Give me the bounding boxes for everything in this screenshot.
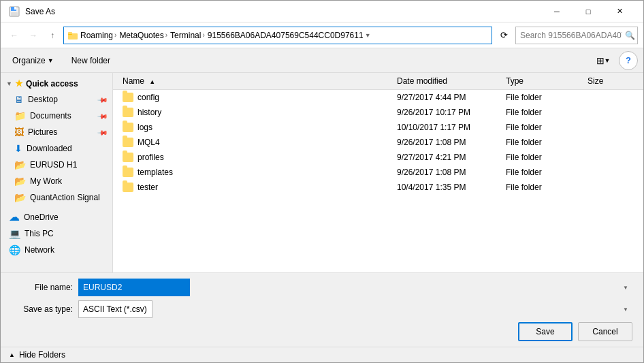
filename-input[interactable] (78, 279, 190, 296)
desktop-icon: 🖥 (14, 94, 24, 105)
file-date: 10/4/2017 1:35 PM (393, 182, 502, 193)
path-guid: 915566BA06ADA407569C544CC0D97611 ▼ (208, 31, 371, 40)
file-name: profiles (138, 153, 164, 162)
save-button[interactable]: Save (518, 322, 573, 341)
forward-button[interactable]: → (25, 27, 42, 44)
up-button[interactable]: ↑ (44, 27, 61, 44)
sidebar-item-onedrive[interactable]: ☁ OneDrive (1, 208, 112, 225)
svg-rect-3 (11, 12, 18, 16)
column-name[interactable]: Name ▲ (118, 74, 393, 88)
onedrive-icon: ☁ (9, 210, 20, 223)
column-size[interactable]: Size (583, 74, 638, 88)
organize-arrow-icon: ▼ (48, 57, 54, 64)
file-size (583, 127, 638, 128)
file-type: File folder (502, 92, 583, 103)
hide-folders-label: Hide Folders (19, 350, 65, 360)
column-date-modified[interactable]: Date modified (393, 74, 502, 88)
folder-icon (123, 153, 133, 162)
table-row[interactable]: profiles 9/27/2017 4:21 PM File folder (113, 150, 643, 165)
pin-icon-pictures: 📌 (97, 127, 108, 138)
folder-icon (123, 138, 133, 147)
table-row[interactable]: tester 10/4/2017 1:35 PM File folder (113, 180, 643, 195)
table-row[interactable]: templates 9/26/2017 1:08 PM File folder (113, 165, 643, 180)
table-row[interactable]: config 9/27/2017 4:44 PM File folder (113, 90, 643, 105)
sidebar-quick-access-header[interactable]: ▼ ★ Quick access (1, 76, 112, 91)
savetype-row: Save as type: ASCII Text (*.csv) (12, 300, 632, 318)
hide-folders-bar[interactable]: ▲ Hide Folders (1, 347, 643, 362)
minimize-button[interactable]: ─ (541, 1, 573, 22)
file-name-cell: templates (118, 167, 393, 178)
quick-access-collapse-icon: ▼ (6, 80, 12, 87)
documents-icon: 📁 (14, 110, 26, 121)
file-name: history (138, 108, 161, 117)
file-name-cell: history (118, 107, 393, 118)
sidebar-item-eurusd[interactable]: 📂 EURUSD H1 (6, 157, 112, 173)
pin-icon-documents: 📌 (97, 110, 108, 121)
filename-row: File name: (12, 279, 632, 296)
sidebar-item-mywork[interactable]: 📂 My Work (6, 173, 112, 189)
file-name: templates (138, 168, 173, 177)
eurusd-folder-icon: 📂 (14, 159, 26, 170)
back-button[interactable]: ← (6, 27, 22, 44)
main-content: ▼ ★ Quick access 🖥 Desktop 📌 📁 Documents… (1, 73, 643, 272)
file-name-cell: tester (118, 182, 393, 193)
help-button[interactable]: ? (619, 51, 638, 70)
file-date: 9/27/2017 4:21 PM (393, 152, 502, 163)
file-type: File folder (502, 107, 583, 118)
quick-access-star-icon: ★ (15, 78, 23, 89)
file-date: 9/26/2017 1:08 PM (393, 167, 502, 178)
new-folder-button[interactable]: New folder (65, 53, 116, 68)
table-row[interactable]: history 9/26/2017 10:17 PM File folder (113, 105, 643, 120)
form-actions: Save Cancel (12, 322, 632, 341)
sidebar: ▼ ★ Quick access 🖥 Desktop 📌 📁 Documents… (1, 73, 113, 272)
file-name: MQL4 (138, 138, 160, 147)
savetype-select[interactable]: ASCII Text (*.csv) (78, 300, 152, 318)
network-icon: 🌐 (9, 244, 20, 255)
path-roaming: Roaming › (80, 31, 116, 40)
svg-rect-2 (14, 7, 16, 10)
file-name: logs (138, 123, 152, 132)
file-list: Name ▲ Date modified Type Size config 9/… (113, 73, 643, 272)
sidebar-quick-access-section: ▼ ★ Quick access 🖥 Desktop 📌 📁 Documents… (1, 76, 112, 206)
folder-icon (123, 123, 133, 132)
file-rows-container: config 9/27/2017 4:44 PM File folder his… (113, 90, 643, 195)
mywork-folder-icon: 📂 (14, 176, 26, 187)
pin-icon-desktop: 📌 (97, 94, 108, 105)
cancel-button[interactable]: Cancel (578, 322, 632, 341)
file-type: File folder (502, 182, 583, 193)
file-date: 9/26/2017 1:08 PM (393, 137, 502, 148)
refresh-button[interactable]: ⟳ (495, 27, 513, 44)
organize-button[interactable]: Organize ▼ (6, 53, 60, 68)
sidebar-item-pictures[interactable]: 🖼 Pictures 📌 (6, 124, 112, 140)
table-row[interactable]: MQL4 9/26/2017 1:08 PM File folder (113, 135, 643, 150)
sidebar-item-desktop[interactable]: 🖥 Desktop 📌 (6, 91, 112, 108)
folder-icon (123, 93, 133, 102)
close-button[interactable]: ✕ (604, 1, 635, 22)
maximize-button[interactable]: □ (573, 1, 604, 22)
table-row[interactable]: logs 10/10/2017 1:17 PM File folder (113, 120, 643, 135)
column-type[interactable]: Type (502, 74, 583, 88)
hide-folders-arrow-icon: ▲ (9, 351, 15, 358)
sidebar-item-network[interactable]: 🌐 Network (1, 242, 112, 258)
sidebar-item-thispc[interactable]: 💻 This PC (1, 225, 112, 242)
sidebar-item-documents[interactable]: 📁 Documents 📌 (6, 108, 112, 124)
sidebar-item-quantaction[interactable]: 📂 QuantAction Signal (6, 189, 112, 206)
view-button[interactable]: ⊞ ▼ (593, 52, 613, 69)
search-input[interactable] (515, 27, 638, 44)
path-terminal: Terminal › (170, 31, 205, 40)
address-path[interactable]: Roaming › MetaQuotes › Terminal › 915566… (63, 27, 492, 44)
window-controls: ─ □ ✕ (541, 1, 635, 22)
file-size (583, 112, 638, 113)
file-name-cell: MQL4 (118, 137, 393, 148)
filename-label: File name: (12, 283, 73, 292)
file-size (583, 172, 638, 173)
search-wrapper: 🔍 (515, 27, 638, 44)
sidebar-quick-access-children: 🖥 Desktop 📌 📁 Documents 📌 🖼 Pictures 📌 (1, 91, 112, 206)
bottom-section: File name: Save as type: ASCII Text (*.c… (1, 272, 643, 347)
file-size (583, 142, 638, 143)
savetype-label: Save as type: (12, 304, 73, 314)
file-date: 9/27/2017 4:44 PM (393, 92, 502, 103)
svg-rect-6 (68, 32, 72, 34)
view-icon: ⊞ (596, 55, 605, 66)
sidebar-item-downloaded[interactable]: ⬇ Downloaded (6, 140, 112, 157)
